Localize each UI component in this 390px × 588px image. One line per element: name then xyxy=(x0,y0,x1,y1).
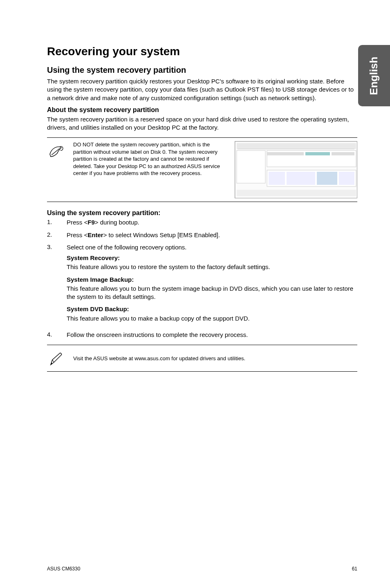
step-text: > to select Windows Setup [EMS Enabled]. xyxy=(103,231,220,238)
svg-rect-10 xyxy=(317,172,337,185)
step-key: F9 xyxy=(87,219,95,226)
step-body: Select one of the following recovery opt… xyxy=(67,243,357,327)
svg-rect-9 xyxy=(287,172,315,185)
usage-heading: Using the system recovery partition: xyxy=(47,209,357,217)
warning-row: DO NOT delete the system recovery partit… xyxy=(73,141,357,198)
sub-text: This feature allows you to burn the syst… xyxy=(67,285,357,301)
step-number: 4. xyxy=(47,331,58,339)
svg-rect-4 xyxy=(267,152,304,155)
sub-title: System Image Backup: xyxy=(67,276,357,284)
pencil-icon xyxy=(47,349,66,367)
sub-option: System DVD Backup: This feature allows y… xyxy=(67,305,357,323)
tip-text: Visit the ASUS website at www.asus.com f… xyxy=(73,355,245,361)
list-item: 4. Follow the onscreen instructions to c… xyxy=(47,331,357,339)
sub-option: System Image Backup: This feature allows… xyxy=(67,276,357,301)
warning-text: DO NOT delete the system recovery partit… xyxy=(73,141,229,177)
language-tab-label: English xyxy=(368,56,381,95)
section-heading: Using the system recovery partition xyxy=(47,65,357,75)
svg-rect-12 xyxy=(237,190,356,196)
step-key: Enter xyxy=(87,231,103,238)
steps-list: 1. Press <F9> during bootup. 2. Press <E… xyxy=(47,218,357,339)
about-heading: About the system recovery partition xyxy=(47,106,357,114)
svg-rect-1 xyxy=(237,143,356,149)
svg-rect-8 xyxy=(269,172,285,185)
page-footer: ASUS CM6330 61 xyxy=(47,566,357,572)
step-text: Press < xyxy=(67,231,87,238)
step-text: > during bootup. xyxy=(95,219,139,226)
list-item: 1. Press <F9> during bootup. xyxy=(47,218,357,227)
step-number: 1. xyxy=(47,218,58,227)
svg-rect-11 xyxy=(339,172,354,185)
hand-icon xyxy=(47,141,66,161)
svg-rect-2 xyxy=(237,150,265,183)
language-tab: English xyxy=(358,45,390,106)
list-item: 3. Select one of the following recovery … xyxy=(47,243,357,327)
list-item: 2. Press <Enter> to select Windows Setup… xyxy=(47,231,357,239)
step-number: 3. xyxy=(47,243,58,327)
footer-page-number: 61 xyxy=(352,566,357,572)
about-paragraph: The system recovery partition is a reser… xyxy=(47,115,357,132)
sub-text: This feature allows you to restore the s… xyxy=(67,263,357,271)
disk-management-screenshot xyxy=(235,141,357,198)
warning-note: DO NOT delete the system recovery partit… xyxy=(47,137,357,202)
sub-title: System DVD Backup: xyxy=(67,305,357,313)
step-number: 2. xyxy=(47,231,58,239)
footer-left: ASUS CM6330 xyxy=(47,566,80,572)
step-text: Select one of the following recovery opt… xyxy=(67,244,187,251)
sub-option: System Recovery: This feature allows you… xyxy=(67,254,357,272)
sub-title: System Recovery: xyxy=(67,254,357,262)
svg-rect-5 xyxy=(305,152,330,155)
page: English Recovering your system Using the… xyxy=(0,0,390,588)
page-title: Recovering your system xyxy=(47,45,357,58)
step-body: Follow the onscreen instructions to comp… xyxy=(67,331,357,339)
svg-rect-6 xyxy=(332,152,354,155)
step-text: Press < xyxy=(67,219,87,226)
intro-paragraph: The system recovery partition quickly re… xyxy=(47,77,357,102)
sub-text: This feature allows you to make a backup… xyxy=(67,314,357,323)
step-body: Press <Enter> to select Windows Setup [E… xyxy=(67,231,357,239)
tip-note: Visit the ASUS website at www.asus.com f… xyxy=(47,345,357,372)
step-body: Press <F9> during bootup. xyxy=(67,218,357,227)
